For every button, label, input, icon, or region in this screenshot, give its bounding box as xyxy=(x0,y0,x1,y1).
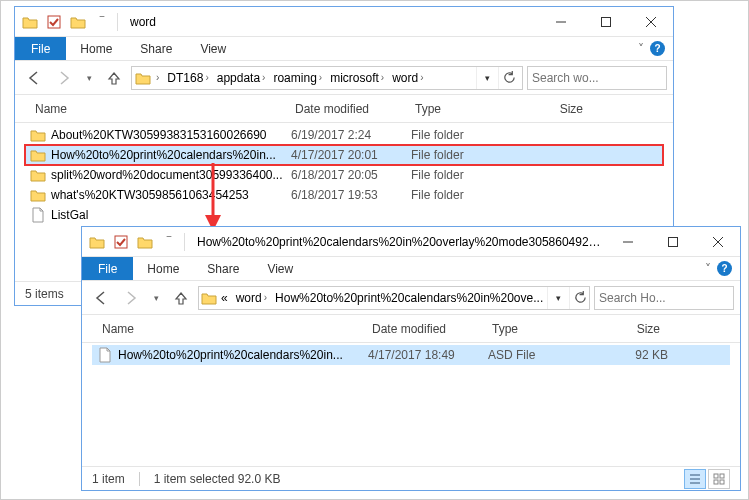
qat-folder-icon[interactable] xyxy=(67,11,89,33)
crumb-3[interactable]: microsoft› xyxy=(326,71,388,85)
address-bar[interactable]: › DT168› appdata› roaming› microsoft› wo… xyxy=(131,66,523,90)
column-headers[interactable]: Name Date modified Type Size xyxy=(82,315,740,343)
address-dropdown[interactable]: ▾ xyxy=(547,287,569,309)
qat-check-icon[interactable] xyxy=(43,11,65,33)
list-item[interactable]: How%20to%20print%20calendars%20in... 4/1… xyxy=(92,345,730,365)
close-button[interactable] xyxy=(628,7,673,36)
crumb-0[interactable]: DT168› xyxy=(163,71,212,85)
list-item[interactable]: what's%20KTW30598561063454253 6/18/2017 … xyxy=(25,185,663,205)
col-size[interactable]: Size xyxy=(509,102,589,116)
crumb-1[interactable]: How%20to%20print%20calendars%20in%20ove.… xyxy=(271,291,547,305)
close-button[interactable] xyxy=(695,227,740,256)
folder-icon xyxy=(29,187,47,203)
refresh-button[interactable] xyxy=(498,67,520,89)
search-input[interactable] xyxy=(599,291,749,305)
svg-rect-0 xyxy=(48,16,60,28)
column-headers[interactable]: Name Date modified Type Size xyxy=(15,95,673,123)
crumb-prefix[interactable]: « xyxy=(217,291,232,305)
svg-rect-11 xyxy=(668,237,677,246)
status-count: 1 item xyxy=(92,472,125,486)
col-type[interactable]: Type xyxy=(409,102,509,116)
back-button[interactable] xyxy=(88,285,114,311)
qat-overflow-icon[interactable]: ‾ xyxy=(91,11,113,33)
qat-overflow-icon[interactable]: ‾ xyxy=(158,231,180,253)
search-box[interactable] xyxy=(594,286,734,310)
crumb-chev[interactable]: › xyxy=(152,72,163,83)
svg-rect-2 xyxy=(601,17,610,26)
status-bar: 1 item 1 item selected 92.0 KB xyxy=(82,466,740,490)
col-name[interactable]: Name xyxy=(96,322,366,336)
crumb-0[interactable]: word› xyxy=(232,291,271,305)
tab-view[interactable]: View xyxy=(253,257,307,280)
file-tab[interactable]: File xyxy=(15,37,66,60)
minimize-button[interactable] xyxy=(605,227,650,256)
svg-rect-22 xyxy=(720,480,724,484)
titlebar[interactable]: ‾ word xyxy=(15,7,673,37)
list-item[interactable]: split%20word%20document30599336400... 6/… xyxy=(25,165,663,185)
up-button[interactable] xyxy=(101,65,127,91)
file-tab[interactable]: File xyxy=(82,257,133,280)
up-button[interactable] xyxy=(168,285,194,311)
minimize-button[interactable] xyxy=(538,7,583,36)
help-icon[interactable]: ? xyxy=(650,41,665,56)
svg-rect-21 xyxy=(714,480,718,484)
folder-icon xyxy=(29,127,47,143)
col-name[interactable]: Name xyxy=(29,102,289,116)
qat-check-icon[interactable] xyxy=(110,231,132,253)
list-item[interactable]: About%20KTW30599383153160026690 6/19/201… xyxy=(25,125,663,145)
col-date[interactable]: Date modified xyxy=(289,102,409,116)
folder-icon xyxy=(29,167,47,183)
separator xyxy=(184,233,185,251)
recent-dropdown[interactable]: ▾ xyxy=(81,65,97,91)
col-date[interactable]: Date modified xyxy=(366,322,486,336)
folder-icon xyxy=(201,289,217,307)
recent-dropdown[interactable]: ▾ xyxy=(148,285,164,311)
folder-icon xyxy=(19,11,41,33)
col-type[interactable]: Type xyxy=(486,322,586,336)
search-box[interactable] xyxy=(527,66,667,90)
view-details-button[interactable] xyxy=(684,469,706,489)
address-dropdown[interactable]: ▾ xyxy=(476,67,498,89)
search-input[interactable] xyxy=(532,71,682,85)
folder-icon xyxy=(86,231,108,253)
file-list: How%20to%20print%20calendars%20in... 4/1… xyxy=(82,343,740,466)
tab-share[interactable]: Share xyxy=(193,257,253,280)
window-title: How%20to%20print%20calendars%20in%20over… xyxy=(191,235,605,249)
crumb-2[interactable]: roaming› xyxy=(269,71,326,85)
tab-share[interactable]: Share xyxy=(126,37,186,60)
titlebar[interactable]: ‾ How%20to%20print%20calendars%20in%20ov… xyxy=(82,227,740,257)
nav-bar: ▾ › DT168› appdata› roaming› microsoft› … xyxy=(15,61,673,95)
window-title: word xyxy=(124,15,538,29)
explorer-window-2: ‾ How%20to%20print%20calendars%20in%20ov… xyxy=(81,226,741,491)
list-item[interactable]: How%20to%20print%20calendars%20in... 4/1… xyxy=(25,145,663,165)
forward-button[interactable] xyxy=(118,285,144,311)
crumb-1[interactable]: appdata› xyxy=(213,71,270,85)
svg-rect-19 xyxy=(714,474,718,478)
file-icon xyxy=(96,347,114,363)
file-icon xyxy=(29,207,47,223)
ribbon: File Home Share View ˅ ? xyxy=(15,37,673,61)
col-size[interactable]: Size xyxy=(586,322,666,336)
maximize-button[interactable] xyxy=(583,7,628,36)
help-icon[interactable]: ? xyxy=(717,261,732,276)
separator xyxy=(117,13,118,31)
address-bar[interactable]: « word› How%20to%20print%20calendars%20i… xyxy=(198,286,590,310)
back-button[interactable] xyxy=(21,65,47,91)
svg-rect-9 xyxy=(115,236,127,248)
folder-icon xyxy=(134,69,152,87)
svg-rect-20 xyxy=(720,474,724,478)
refresh-button[interactable] xyxy=(569,287,590,309)
ribbon-expand-icon[interactable]: ˅ xyxy=(705,262,711,276)
tab-view[interactable]: View xyxy=(186,37,240,60)
maximize-button[interactable] xyxy=(650,227,695,256)
tab-home[interactable]: Home xyxy=(66,37,126,60)
view-icons-button[interactable] xyxy=(708,469,730,489)
qat-folder-icon[interactable] xyxy=(134,231,156,253)
crumb-4[interactable]: word› xyxy=(388,71,427,85)
tab-home[interactable]: Home xyxy=(133,257,193,280)
status-count: 5 items xyxy=(25,287,64,301)
forward-button[interactable] xyxy=(51,65,77,91)
list-item[interactable]: ListGal xyxy=(25,205,663,225)
folder-icon xyxy=(29,147,47,163)
ribbon-expand-icon[interactable]: ˅ xyxy=(638,42,644,56)
